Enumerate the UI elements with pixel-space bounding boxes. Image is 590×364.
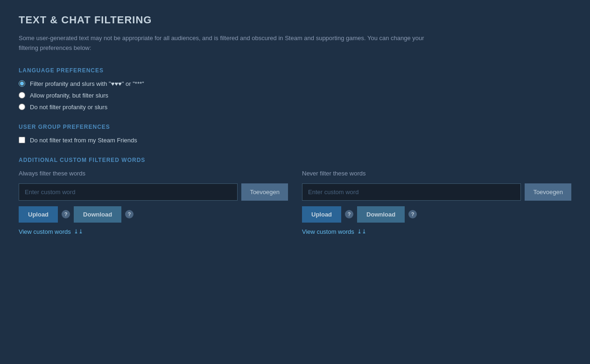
always-filter-download-help-icon[interactable]: ? bbox=[125, 210, 133, 218]
never-filter-download-button[interactable]: Download bbox=[357, 206, 405, 223]
radio-option-filter-slurs[interactable]: Allow profanity, but filter slurs bbox=[19, 92, 571, 99]
always-filter-view-link[interactable]: View custom words ⤓⤓ bbox=[19, 228, 288, 235]
never-filter-action-row: Upload ? Download ? bbox=[302, 206, 571, 223]
page-container: TEXT & CHAT FILTERING Some user-generate… bbox=[0, 0, 590, 364]
never-filter-input[interactable] bbox=[302, 183, 521, 201]
user-group-prefs-title: USER GROUP PREFERENCES bbox=[19, 124, 571, 130]
user-group-preferences-section: USER GROUP PREFERENCES Do not filter tex… bbox=[19, 124, 571, 144]
radio-option-no-filter[interactable]: Do not filter profanity or slurs bbox=[19, 104, 571, 111]
never-filter-column: Never filter these words Toevoegen Uploa… bbox=[302, 170, 571, 235]
radio-filter-slurs[interactable] bbox=[19, 92, 25, 98]
page-title: TEXT & CHAT FILTERING bbox=[19, 14, 571, 26]
never-filter-add-button[interactable]: Toevoegen bbox=[525, 183, 571, 201]
page-description: Some user-generated text may not be appr… bbox=[19, 34, 439, 53]
always-filter-action-row: Upload ? Download ? bbox=[19, 206, 288, 223]
never-filter-heading: Never filter these words bbox=[302, 170, 571, 177]
never-filter-view-link-text: View custom words bbox=[302, 228, 354, 235]
always-filter-add-button[interactable]: Toevoegen bbox=[241, 183, 288, 201]
custom-words-title: ADDITIONAL CUSTOM FILTERED WORDS bbox=[19, 157, 571, 163]
always-filter-upload-help-icon[interactable]: ? bbox=[62, 210, 70, 218]
custom-words-section: ADDITIONAL CUSTOM FILTERED WORDS Always … bbox=[19, 157, 571, 235]
radio-no-filter-label[interactable]: Do not filter profanity or slurs bbox=[30, 104, 107, 111]
checkbox-option-friends-filter[interactable]: Do not filter text from my Steam Friends bbox=[19, 137, 571, 144]
never-filter-view-link[interactable]: View custom words ⤓⤓ bbox=[302, 228, 571, 235]
never-filter-input-row: Toevoegen bbox=[302, 183, 571, 201]
always-filter-chevron-icon: ⤓⤓ bbox=[74, 228, 83, 235]
radio-filter-slurs-label[interactable]: Allow profanity, but filter slurs bbox=[30, 92, 108, 99]
never-filter-upload-help-icon[interactable]: ? bbox=[345, 210, 353, 218]
custom-words-grid: Always filter these words Toevoegen Uplo… bbox=[19, 170, 571, 235]
always-filter-input-row: Toevoegen bbox=[19, 183, 288, 201]
always-filter-input[interactable] bbox=[19, 183, 238, 201]
language-preferences-section: LANGUAGE PREFERENCES Filter profanity an… bbox=[19, 67, 571, 111]
never-filter-chevron-icon: ⤓⤓ bbox=[357, 228, 366, 235]
always-filter-view-link-text: View custom words bbox=[19, 228, 71, 235]
always-filter-heading: Always filter these words bbox=[19, 170, 288, 177]
radio-no-filter[interactable] bbox=[19, 104, 25, 110]
always-filter-upload-button[interactable]: Upload bbox=[19, 206, 58, 223]
never-filter-download-help-icon[interactable]: ? bbox=[408, 210, 417, 218]
checkbox-friends-filter-label[interactable]: Do not filter text from my Steam Friends bbox=[30, 137, 137, 144]
always-filter-column: Always filter these words Toevoegen Uplo… bbox=[19, 170, 288, 235]
radio-filter-all-label[interactable]: Filter profanity and slurs with "♥♥♥" or… bbox=[30, 80, 144, 87]
never-filter-upload-button[interactable]: Upload bbox=[302, 206, 341, 223]
radio-option-filter-all[interactable]: Filter profanity and slurs with "♥♥♥" or… bbox=[19, 80, 571, 87]
language-prefs-title: LANGUAGE PREFERENCES bbox=[19, 67, 571, 74]
always-filter-download-button[interactable]: Download bbox=[74, 206, 121, 223]
checkbox-friends-filter[interactable] bbox=[19, 137, 25, 143]
radio-filter-all[interactable] bbox=[19, 80, 25, 87]
